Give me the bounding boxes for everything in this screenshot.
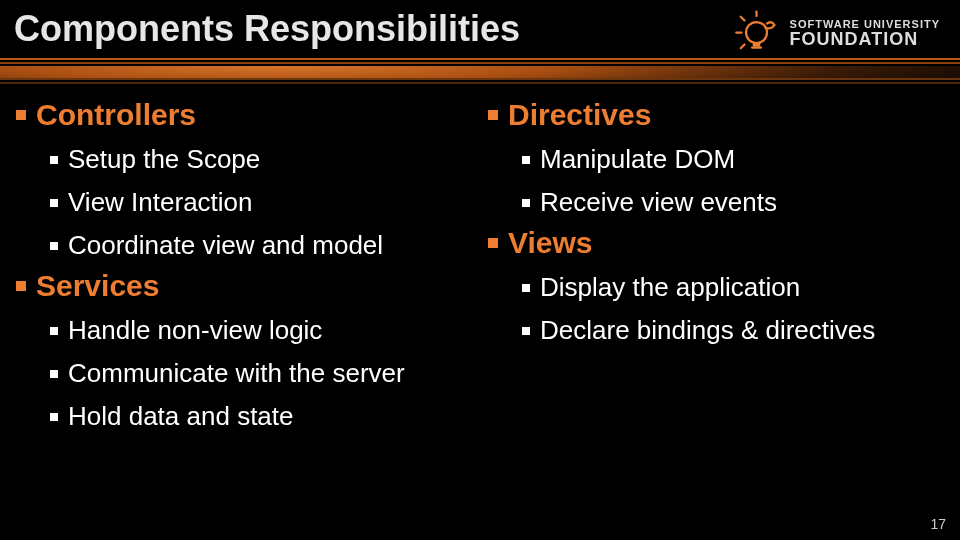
square-bullet-icon <box>522 156 530 164</box>
svg-line-2 <box>740 17 744 21</box>
square-bullet-icon <box>522 199 530 207</box>
lightbulb-icon <box>734 10 782 58</box>
heading-label: Directives <box>508 98 651 132</box>
svg-point-0 <box>746 22 767 43</box>
square-bullet-icon <box>50 327 58 335</box>
square-bullet-icon <box>50 242 58 250</box>
list-item: Coordinate view and model <box>50 224 480 267</box>
list-item-label: Display the application <box>540 272 800 303</box>
list-item-label: Coordinate view and model <box>68 230 383 261</box>
heading-controllers: Controllers <box>16 96 480 138</box>
list-item: View Interaction <box>50 181 480 224</box>
square-bullet-icon <box>50 199 58 207</box>
square-bullet-icon <box>488 110 498 120</box>
list-item: Setup the Scope <box>50 138 480 181</box>
list-item-label: Manipulate DOM <box>540 144 735 175</box>
list-item: Handle non-view logic <box>50 309 480 352</box>
content-columns: ControllersSetup the ScopeView Interacti… <box>0 96 960 438</box>
list-item-label: Setup the Scope <box>68 144 260 175</box>
list-item-label: Hold data and state <box>68 401 294 432</box>
svg-line-4 <box>740 45 744 49</box>
list-item: Communicate with the server <box>50 352 480 395</box>
heading-label: Controllers <box>36 98 196 132</box>
list-item-label: View Interaction <box>68 187 253 218</box>
brand-logo: SOFTWARE UNIVERSITY FOUNDATION <box>734 10 940 58</box>
heading-views: Views <box>488 224 960 266</box>
square-bullet-icon <box>522 284 530 292</box>
column-left: ControllersSetup the ScopeView Interacti… <box>0 96 480 438</box>
square-bullet-icon <box>16 281 26 291</box>
square-bullet-icon <box>50 370 58 378</box>
list-item-label: Receive view events <box>540 187 777 218</box>
page-number: 17 <box>930 516 946 532</box>
list-item: Manipulate DOM <box>522 138 960 181</box>
square-bullet-icon <box>488 238 498 248</box>
slide-title: Components Responsibilities <box>14 8 520 50</box>
list-item-label: Communicate with the server <box>68 358 405 389</box>
list-item: Hold data and state <box>50 395 480 438</box>
square-bullet-icon <box>16 110 26 120</box>
square-bullet-icon <box>522 327 530 335</box>
heading-label: Services <box>36 269 159 303</box>
header-band <box>0 58 960 86</box>
heading-services: Services <box>16 267 480 309</box>
slide: Components Responsibilities SOFTWARE UNI… <box>0 0 960 540</box>
logo-text-line2: FOUNDATION <box>790 30 940 49</box>
heading-directives: Directives <box>488 96 960 138</box>
list-item: Declare bindings & directives <box>522 309 960 352</box>
heading-label: Views <box>508 226 593 260</box>
list-item: Receive view events <box>522 181 960 224</box>
column-right: DirectivesManipulate DOMReceive view eve… <box>480 96 960 438</box>
square-bullet-icon <box>50 156 58 164</box>
list-item-label: Handle non-view logic <box>68 315 322 346</box>
square-bullet-icon <box>50 413 58 421</box>
list-item: Display the application <box>522 266 960 309</box>
list-item-label: Declare bindings & directives <box>540 315 875 346</box>
